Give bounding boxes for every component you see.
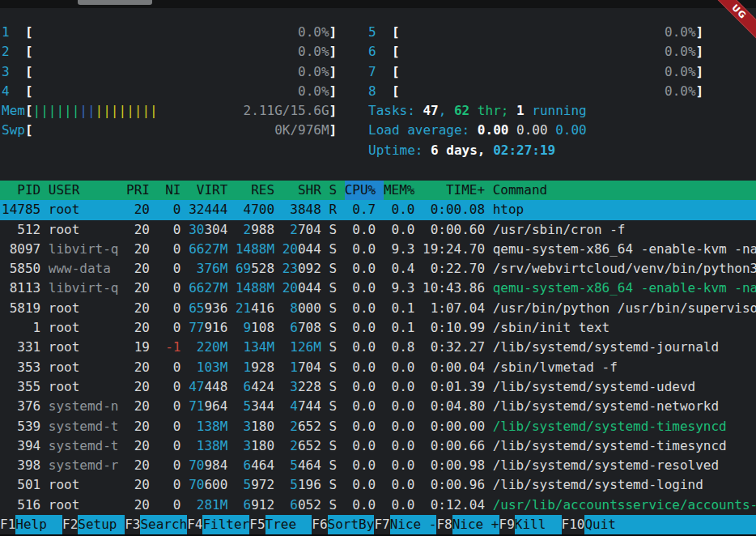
col-header-res[interactable]: RES (236, 181, 274, 200)
cell-mem-percent: 0.8 (384, 338, 415, 357)
cell-mem-percent: 0.1 (384, 318, 415, 338)
col-header-ni[interactable]: NI (158, 181, 181, 200)
cell-time: 0:00.04 (423, 358, 485, 377)
mem-value: 2.11G/15.6G (158, 101, 329, 121)
process-row-539[interactable]: 539systemd-t200138M31802652S0.00.00:00.0… (0, 417, 756, 436)
cell-user: systemd-r (49, 456, 119, 475)
tasks-summary: Tasks: 47, 62 thr; 1 running (368, 101, 703, 121)
running-count: 1 (516, 101, 525, 121)
col-header-state[interactable]: S (329, 181, 337, 200)
window-drag-handle[interactable] (78, 0, 152, 5)
fkey-nice--button[interactable]: F8Nice + (436, 515, 499, 534)
cell-virt: 6627M (189, 240, 227, 259)
cell-mem-percent: 0.0 (384, 358, 415, 377)
process-row-355[interactable]: 355root2004744864243228S0.00.00:01.39/li… (0, 377, 756, 397)
col-header-shr[interactable]: SHR (282, 181, 321, 200)
fkey-search-button[interactable]: F3Search (125, 515, 187, 534)
fkey-quit-button[interactable]: F10Quit (562, 515, 756, 534)
col-header-pri[interactable]: PRI (126, 181, 150, 200)
meter-close-bracket: ] (329, 101, 338, 121)
cell-state: S (329, 318, 337, 338)
cell-pid: 14785 (2, 200, 40, 219)
process-row-331[interactable]: 331root19-1220M134M126MS0.00.80:32.27/li… (0, 338, 756, 357)
cell-res: 4700 (236, 200, 274, 219)
cell-res: 6424 (236, 377, 274, 397)
process-row-8113[interactable]: 8113libvirt-q2006627M1488M20044S0.09.310… (0, 279, 756, 298)
cell-pid: 5819 (2, 299, 40, 318)
cell-ni: 0 (158, 279, 181, 298)
col-header-time[interactable]: TIME+ (423, 181, 485, 200)
tasks-label: Tasks: (368, 101, 423, 121)
process-row-394[interactable]: 394systemd-t200138M31802652S0.00.00:00.6… (0, 436, 756, 456)
process-row-376[interactable]: 376systemd-n2007196453444744S0.00.00:04.… (0, 397, 756, 416)
cell-virt: 138M (189, 436, 227, 456)
cell-mem-percent: 0.0 (384, 220, 415, 240)
fkey-kill-button[interactable]: F9Kill (499, 515, 562, 534)
cell-user: libvirt-q (49, 279, 119, 298)
col-header-user[interactable]: USER (49, 181, 119, 200)
cell-state: S (329, 377, 337, 397)
col-header-cpu-sorted[interactable]: CPU% (345, 181, 384, 200)
load-one-minute: 0.00 (478, 121, 516, 140)
process-row-5819[interactable]: 5819root20065936214168000S0.00.11:07.04/… (0, 299, 756, 318)
process-row-14785[interactable]: 14785root2003244447003848R0.70.00:00.08h… (0, 200, 756, 219)
cell-command: /usr/lib/accountsservice/accounts- (493, 496, 756, 515)
fkey-key-label: F7 (374, 515, 389, 534)
cell-ni: 0 (158, 259, 181, 279)
fkey-action-label: Nice - (390, 515, 437, 534)
swap-meter: Swp[0K/976M] (2, 121, 337, 140)
cell-user: root (49, 200, 119, 219)
fkey-setup-button[interactable]: F2Setup (62, 515, 125, 534)
cell-state: S (329, 397, 337, 416)
cell-res: 1488M (236, 279, 274, 298)
load-fifteen-minute: 0.00 (555, 121, 587, 140)
cell-user: root (49, 318, 119, 338)
cell-mem-percent: 0.0 (384, 436, 415, 456)
load-five-minute: 0.00 (516, 121, 555, 140)
process-row-501[interactable]: 501root2007060059725196S0.00.00:00.96/li… (0, 475, 756, 495)
cell-pid: 398 (2, 456, 40, 475)
cell-ni: 0 (158, 436, 181, 456)
process-row-1[interactable]: 1root2007791691086708S0.00.10:10.99/sbin… (0, 318, 756, 338)
fkey-nice--button[interactable]: F7Nice - (374, 515, 436, 534)
meters-right-column: 5[0.0%]6[0.0%]7[0.0%]8[0.0%] Tasks: 47, … (368, 23, 703, 160)
col-header-mem[interactable]: MEM% (384, 181, 415, 200)
col-header-command[interactable]: Command (493, 181, 756, 200)
fkey-tree-button[interactable]: F5Tree (249, 515, 312, 534)
process-row-353[interactable]: 353root200103M19281704S0.00.00:00.04/sbi… (0, 358, 756, 377)
cell-command: qemu-system-x86_64 -enable-kvm -na (493, 279, 756, 298)
col-header-pid[interactable]: PID (2, 181, 40, 200)
fkey-key-label: F10 (562, 515, 585, 534)
cell-pid: 501 (2, 475, 40, 495)
cell-shr: 2652 (282, 436, 321, 456)
fkey-sortby-button[interactable]: F6SortBy (312, 515, 374, 534)
col-header-virt[interactable]: VIRT (189, 181, 227, 200)
cell-mem-percent: 0.0 (384, 200, 415, 219)
cell-user: www-data (49, 259, 119, 279)
cell-cpu-percent: 0.0 (345, 436, 376, 456)
cell-command: /usr/bin/python /usr/bin/superviso (493, 299, 756, 318)
fkey-filter-button[interactable]: F4Filter (187, 515, 249, 534)
cell-shr: 6052 (282, 496, 321, 515)
cell-time: 0:00.08 (423, 200, 485, 219)
process-row-512[interactable]: 512root2003030429882704S0.00.00:00.60/us… (0, 220, 756, 240)
fkey-action-label: Kill (515, 515, 562, 534)
cell-pri: 20 (126, 240, 150, 259)
threads-count: 62 (454, 101, 469, 121)
process-row-516[interactable]: 516root200281M69126052S0.00.00:12.04/usr… (0, 496, 756, 515)
cpu-meter-4: 4[0.0%] (2, 82, 337, 101)
cell-state: S (329, 456, 337, 475)
cell-ni: 0 (158, 318, 181, 338)
process-row-5850[interactable]: 5850www-data200376M6952823092S0.00.40:22… (0, 259, 756, 279)
cell-res: 1928 (236, 358, 274, 377)
cell-state: S (329, 220, 337, 240)
process-row-8097[interactable]: 8097libvirt-q2006627M1488M20044S0.09.319… (0, 240, 756, 259)
cell-time: 1:07.04 (423, 299, 485, 318)
cell-ni: 0 (158, 456, 181, 475)
fkey-help-button[interactable]: F1Help (0, 515, 62, 534)
process-row-398[interactable]: 398systemd-r2007098464645464S0.00.00:00.… (0, 456, 756, 475)
meters-left-column: 1[0.0%]2[0.0%]3[0.0%]4[0.0%] Mem[|||||||… (2, 23, 337, 141)
meter-close-bracket: ] (329, 121, 338, 140)
cell-command: qemu-system-x86_64 -enable-kvm -na (493, 240, 756, 259)
tasks-separator: , (439, 101, 454, 121)
